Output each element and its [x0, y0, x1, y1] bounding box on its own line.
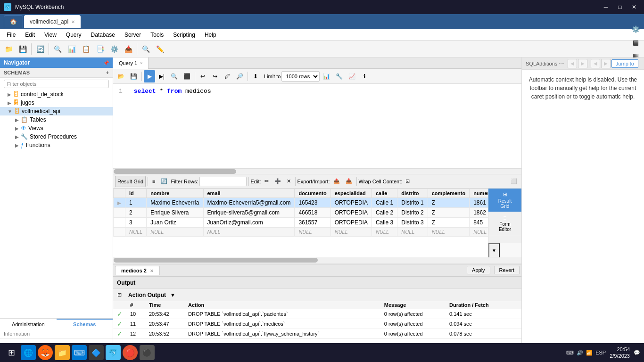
- wrap-btn[interactable]: ⊡: [403, 176, 412, 187]
- menu-tools[interactable]: Tools: [146, 29, 168, 41]
- output-row[interactable]: ✓ 10 20:53:42 DROP TABLE `vollmedical_ap…: [113, 309, 521, 319]
- edit-btn-2[interactable]: ➕: [272, 176, 283, 187]
- output-row[interactable]: ✓ 12 20:53:52 DROP TABLE `vollmedical_ap…: [113, 329, 521, 339]
- import-btn[interactable]: 📥: [343, 176, 355, 187]
- menu-edit[interactable]: Edit: [20, 29, 40, 41]
- table-row-null[interactable]: NULL NULL NULL NULL NULL NULL NULL NULL …: [114, 228, 488, 237]
- stop-button[interactable]: ⬛: [181, 70, 193, 82]
- cell-distrito[interactable]: Distrito 3: [397, 218, 428, 228]
- schemas-add-icon[interactable]: +: [106, 70, 109, 75]
- menu-scripting[interactable]: Scripting: [168, 29, 200, 41]
- col-documento[interactable]: documento: [295, 189, 330, 198]
- import-button[interactable]: 📥: [122, 42, 135, 56]
- edit-btn-1[interactable]: ✏: [262, 176, 271, 187]
- cell-especialidad[interactable]: ORTOPEDIA: [330, 218, 372, 228]
- status-button[interactable]: ℹ: [359, 70, 370, 82]
- revert-button[interactable]: Revert: [494, 266, 520, 274]
- table-data-button[interactable]: 📑: [93, 42, 107, 56]
- tree-item-vollmedical[interactable]: ▼ 🗄 vollmedical_api: [0, 107, 113, 115]
- col-calle[interactable]: calle: [372, 189, 397, 198]
- find-button[interactable]: 🔎: [234, 70, 246, 82]
- profile-button[interactable]: 📈: [346, 70, 358, 82]
- cell-especialidad[interactable]: ORTOPEDIA: [330, 208, 372, 218]
- connection-tab-close[interactable]: ✕: [71, 19, 75, 25]
- medicos-tab-close[interactable]: ✕: [150, 269, 154, 273]
- tree-item-stored-procedures[interactable]: ▶ 🔧 Stored Procedures: [0, 132, 113, 141]
- col-complemento[interactable]: complemento: [428, 189, 470, 198]
- execute-button[interactable]: ▶: [144, 70, 155, 82]
- minimize-button[interactable]: ─: [600, 2, 612, 12]
- cell-complemento[interactable]: Z: [428, 218, 470, 228]
- tree-item-control-de-stock[interactable]: ▶ 🗄 control_de_stock: [0, 90, 113, 99]
- cell-nombre[interactable]: Maximo Echeverría: [147, 198, 203, 208]
- cell-nombre-null[interactable]: NULL: [147, 228, 203, 237]
- data-table[interactable]: id nombre email documento especialidad c…: [113, 189, 488, 257]
- administration-tab[interactable]: Administration: [0, 319, 57, 329]
- schema-inspector-button[interactable]: 🔍: [51, 42, 64, 56]
- filter-rows-input[interactable]: [199, 177, 247, 186]
- filter-objects-input[interactable]: [4, 80, 109, 88]
- cell-esp-null[interactable]: NULL: [330, 228, 372, 237]
- cell-documento[interactable]: 466518: [295, 208, 330, 218]
- menu-help[interactable]: Help: [200, 29, 221, 41]
- action-output-dropdown[interactable]: ▼: [168, 289, 178, 301]
- taskbar-icon-vscode[interactable]: ⌨: [72, 345, 87, 360]
- col-nombre[interactable]: nombre: [147, 189, 203, 198]
- menu-server[interactable]: Server: [120, 29, 146, 41]
- modify-table-button[interactable]: ✏️: [153, 42, 166, 56]
- close-button[interactable]: ✕: [628, 2, 640, 12]
- export-btn[interactable]: 📤: [331, 176, 342, 187]
- sql-editor-hscroll[interactable]: [113, 169, 521, 174]
- taskbar-icon-intellij[interactable]: 🔷: [89, 345, 104, 360]
- execute-selection-button[interactable]: ▶|: [156, 70, 167, 82]
- systray-network[interactable]: 📶: [586, 350, 593, 356]
- medicos-tab[interactable]: medicos 2 ✕: [115, 266, 160, 275]
- cell-numero[interactable]: 1862: [470, 208, 488, 218]
- tree-item-jugos[interactable]: ▶ 🗄 jugos: [0, 99, 113, 107]
- toggle-output-button[interactable]: ⬇: [250, 70, 261, 82]
- tree-item-views[interactable]: ▶ 👁 Views: [0, 124, 113, 132]
- maximize-button[interactable]: □: [614, 2, 626, 12]
- cell-numero[interactable]: 1861: [470, 198, 488, 208]
- result-grid-button[interactable]: ⊞ ResultGrid: [488, 189, 521, 212]
- result-grid-tab-btn[interactable]: Result Grid: [115, 176, 146, 187]
- cell-calle[interactable]: Calle 1: [372, 198, 397, 208]
- connection-tab[interactable]: vollmedical_api ✕: [24, 15, 81, 28]
- result-hscroll[interactable]: [113, 257, 521, 264]
- result-hscroll-thumb[interactable]: [114, 258, 318, 263]
- explain-button[interactable]: 🔍: [168, 70, 180, 82]
- output-icon-btn[interactable]: ⊡: [117, 290, 126, 300]
- query-tab-close[interactable]: ×: [140, 61, 142, 66]
- cell-complemento[interactable]: Z: [428, 198, 470, 208]
- cell-nombre[interactable]: Enrique Silvera: [147, 208, 203, 218]
- start-button[interactable]: ⊞: [4, 345, 19, 360]
- cell-nombre[interactable]: Juan Ortiz: [147, 218, 203, 228]
- save-button[interactable]: 💾: [16, 42, 29, 56]
- menu-view[interactable]: View: [40, 29, 61, 41]
- cell-id[interactable]: 1: [125, 198, 147, 208]
- schema-button[interactable]: 📊: [321, 70, 332, 82]
- save-sql-button[interactable]: 💾: [128, 70, 140, 82]
- cell-especialidad[interactable]: ORTOPEDIA: [330, 198, 372, 208]
- open-folder-button[interactable]: 📁: [2, 42, 15, 56]
- cell-documento[interactable]: 361557: [295, 218, 330, 228]
- cell-email[interactable]: Maximo-Echeverria5@gmail.com: [203, 198, 295, 208]
- sql-editor[interactable]: 1 select * from medicos: [113, 84, 521, 169]
- cell-calle-null[interactable]: NULL: [372, 228, 397, 237]
- cell-comp-null[interactable]: NULL: [428, 228, 470, 237]
- hscroll-thumb[interactable]: [114, 169, 236, 174]
- settings-button[interactable]: ⚙️: [629, 23, 642, 36]
- cell-doc-null[interactable]: NULL: [295, 228, 330, 237]
- search-button[interactable]: 🔍: [139, 42, 152, 56]
- cell-email-null[interactable]: NULL: [203, 228, 295, 237]
- refresh-result-button[interactable]: 🔄: [158, 176, 170, 187]
- col-email[interactable]: email: [203, 189, 295, 198]
- expand-btn[interactable]: ⬜: [508, 176, 520, 187]
- taskbar-icon-unknown[interactable]: ⚫: [140, 345, 155, 360]
- cell-email[interactable]: JuanOrtiz@gmail.com: [203, 218, 295, 228]
- taskbar-icon-explorer[interactable]: 📁: [55, 345, 70, 360]
- cell-documento[interactable]: 165423: [295, 198, 330, 208]
- forward-arrow-button-2[interactable]: ▶: [601, 59, 611, 68]
- col-id[interactable]: id: [125, 189, 147, 198]
- execution-plan-button[interactable]: 🔧: [333, 70, 345, 82]
